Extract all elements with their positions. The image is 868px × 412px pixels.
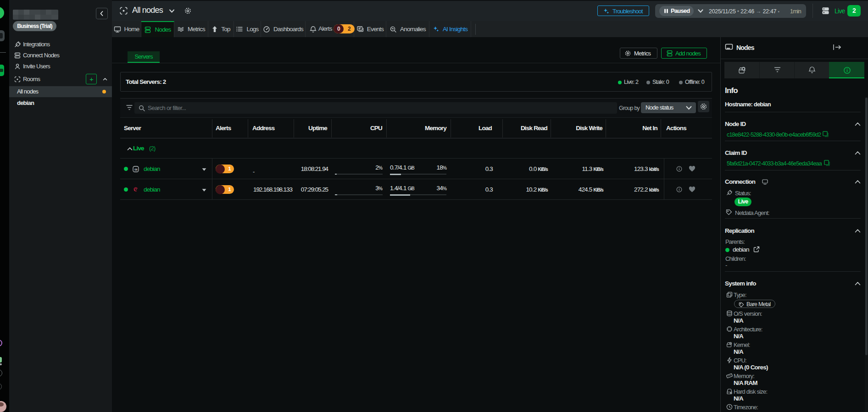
svg-text:os: os [134, 168, 138, 171]
